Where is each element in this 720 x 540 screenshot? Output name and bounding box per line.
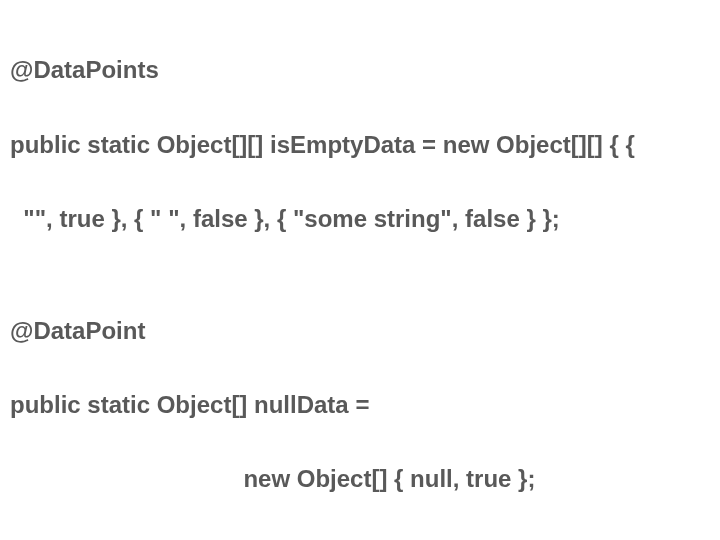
code-line: "", true }, { " ", false }, { "some stri… [10, 200, 710, 237]
code-line: @DataPoints [10, 51, 710, 88]
code-line: new Object[] { null, true }; [10, 460, 710, 497]
code-block: @DataPoints public static Object[][] isE… [0, 0, 720, 540]
code-line: public static Object[] nullData = [10, 386, 710, 423]
code-line: public static Object[][] isEmptyData = n… [10, 126, 710, 163]
code-line: @DataPoint [10, 312, 710, 349]
code-line: @Theory [10, 535, 710, 540]
